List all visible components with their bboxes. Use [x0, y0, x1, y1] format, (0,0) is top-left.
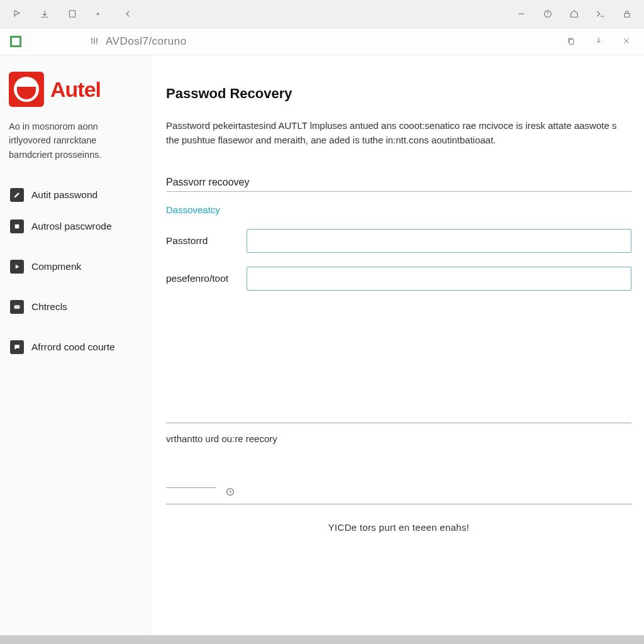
brand-name: Autel: [50, 77, 101, 102]
sidebar-item-label: Autit passwond: [31, 189, 97, 201]
mail-icon: [10, 300, 24, 314]
brand-logo-icon: [9, 72, 44, 107]
page-intro: Passtword pekeirtastesind AUTLT lmpluses…: [166, 118, 631, 148]
tune-icon[interactable]: [89, 36, 99, 48]
password-row: Passtorrd: [166, 229, 631, 253]
copy-icon[interactable]: [566, 36, 576, 48]
browser-addressbar: AVDosl7/coruno: [0, 28, 644, 55]
tab-download-icon[interactable]: [39, 8, 50, 19]
sidebar-item-label: Afrrord cood courte: [31, 341, 115, 353]
history-row[interactable]: [166, 487, 631, 499]
window-power-icon[interactable]: [542, 8, 553, 19]
confirm-input[interactable]: [247, 267, 631, 291]
lower-label: vrthantto urd ou:re reecory: [166, 433, 631, 444]
password-label: Passtorrd: [166, 235, 247, 247]
sidebar-item-passcode[interactable]: Autrosl pascwrode: [9, 211, 139, 242]
url-text[interactable]: AVDosl7/coruno: [106, 35, 187, 48]
brand: Autel: [9, 72, 139, 107]
window-statusbar: [0, 635, 644, 644]
sidebar-item-account[interactable]: Afrrord cood courte: [9, 331, 139, 363]
confirm-row: pesefenro/toot: [166, 267, 631, 291]
window-home-icon[interactable]: [569, 8, 580, 19]
sidebar: Autel Ao in mosnorom aonn irtlyovored ra…: [0, 55, 151, 635]
svg-rect-4: [15, 225, 19, 228]
section-label: Passvorr recoovey: [166, 177, 250, 188]
tab-back-icon[interactable]: [122, 8, 133, 19]
sidebar-item-controls[interactable]: Chtrecls: [9, 291, 139, 323]
main-content: Passwod Recovery Passtword pekeirtastesi…: [151, 55, 644, 635]
divider-short: [166, 487, 216, 488]
chat-bubble-icon: [10, 340, 24, 354]
history-icon: [225, 487, 235, 499]
svg-rect-3: [569, 39, 574, 44]
sidebar-nav: Autit passwond Autrosl pascwrode Compmen…: [9, 179, 139, 363]
close-icon[interactable]: [621, 36, 631, 48]
square-dot-icon: [10, 219, 24, 233]
sidebar-item-label: Chtrecls: [31, 301, 67, 313]
tab-sheet-icon[interactable]: [67, 8, 78, 19]
lower-section: vrthantto urd ou:re reecory YICDe tors p…: [166, 423, 631, 533]
site-security-icon[interactable]: [10, 36, 21, 47]
sidebar-item-component[interactable]: Compmenk: [9, 251, 139, 282]
edit-icon: [10, 188, 24, 202]
window-minimize-icon[interactable]: [516, 8, 527, 19]
tab-pin-icon[interactable]: [11, 8, 23, 19]
svg-rect-2: [625, 13, 630, 17]
play-icon: [10, 260, 24, 274]
tab-more-icon[interactable]: [94, 8, 106, 19]
confirm-label: pesefenro/toot: [166, 273, 247, 284]
password-input[interactable]: [247, 229, 631, 253]
page-body: Autel Ao in mosnorom aonn irtlyovored ra…: [0, 55, 644, 635]
sidebar-item-label: Compmenk: [31, 261, 81, 272]
footnote-text: YICDe tors purt en teeen enahs!: [166, 522, 631, 533]
divider: [166, 504, 631, 504]
sidebar-item-password[interactable]: Autit passwond: [9, 179, 139, 211]
divider: [166, 423, 631, 423]
brand-tagline: Ao in mosnorom aonn irtlyovored ranrckta…: [9, 119, 139, 162]
page-title: Passwod Recovery: [166, 86, 631, 102]
recovery-link[interactable]: Dassoveatcy: [166, 204, 631, 215]
download-arrow-icon[interactable]: [594, 36, 604, 48]
browser-tabstrip: [0, 0, 644, 28]
window-terminal-icon[interactable]: [595, 8, 606, 19]
svg-rect-0: [69, 11, 75, 18]
sidebar-item-label: Autrosl pascwrode: [31, 221, 112, 232]
section-header: Passvorr recoovey: [166, 177, 631, 192]
window-lock-icon[interactable]: [621, 8, 633, 19]
